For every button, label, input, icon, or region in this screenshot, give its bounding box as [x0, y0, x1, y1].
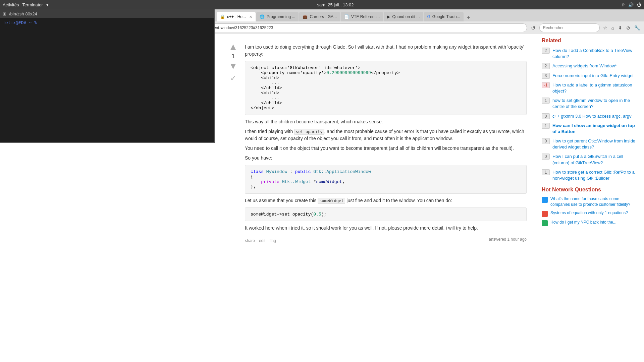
hot-link-2[interactable]: How do I get my NPC back into the...: [550, 220, 616, 225]
nav-home-button[interactable]: ⊘: [625, 24, 632, 31]
related-item-6: 1 How can I show an image widget on top …: [542, 123, 639, 135]
hot-item-1: Systems of equation with only 1 equation…: [542, 210, 639, 217]
tab-quand-icon: ▶: [387, 14, 390, 19]
related-vote-0: 2: [542, 48, 550, 54]
vote-column: ▲ 1 ▼ ✓: [225, 41, 241, 243]
sidebar: Related 2 How do I add a ComboBox to a T…: [537, 34, 644, 362]
power-icon[interactable]: ⏻: [637, 2, 641, 7]
terminal-prompt: felix@FDV ~ %: [3, 20, 37, 25]
terminal-titlebar: ⊞ /bin/zsh 80x24: [0, 9, 214, 18]
os-taskbar: Activités Terminator ▾ sam. 25 juil., 13…: [0, 0, 644, 9]
bookmark-button[interactable]: ☆: [602, 24, 609, 31]
terminal-prompt-line: felix@FDV ~ %: [3, 20, 211, 25]
related-item-5: 0 c++ gtkmm 3.0 How to access argc, argv: [542, 113, 639, 119]
terminal-user: felix@FDV: [3, 20, 26, 25]
hot-link-0[interactable]: What's the name for those cards some com…: [550, 196, 639, 207]
related-vote-7: 0: [542, 138, 550, 144]
hot-network-title: Hot Network Questions: [542, 187, 639, 193]
related-link-8[interactable]: How I can put a a GtkSwitch in a cell (c…: [552, 154, 639, 166]
code-line: class MyWindow : public Gtk::Application…: [251, 169, 521, 174]
tab-google-label: Google Tradu...: [432, 14, 460, 19]
hot-icon-0: [542, 197, 548, 203]
inline-code-widget: someWidget: [318, 198, 345, 204]
code-line: private Gtk::Widget *someWidget;: [251, 179, 521, 184]
hot-icon-1: [542, 211, 548, 217]
related-link-0[interactable]: How do I add a ComboBox to a TreeView co…: [552, 48, 639, 60]
share-link[interactable]: share: [245, 238, 255, 243]
hot-link-1[interactable]: Systems of equation with only 1 equation…: [550, 210, 628, 216]
search-input[interactable]: [539, 23, 600, 32]
code-line: <child>: [251, 90, 521, 96]
related-vote-1: 2: [542, 63, 550, 69]
vote-up-button[interactable]: ▲: [228, 42, 238, 52]
tab-vte[interactable]: 📄 VTE Referenc...: [341, 12, 383, 21]
terminal-body[interactable]: felix@FDV ~ %: [0, 18, 214, 142]
volume-icon[interactable]: 🔊: [628, 2, 634, 7]
code-block-cpp: class MyWindow : public Gtk::Application…: [245, 165, 527, 194]
app-dropdown-icon[interactable]: ▾: [46, 2, 49, 7]
tab-lock-icon: 🔒: [220, 14, 225, 19]
tab-prog-label: Programming ...: [267, 14, 295, 19]
tab-quand[interactable]: ▶ Quand on dit ...: [384, 12, 423, 21]
accept-answer-button[interactable]: ✓: [230, 74, 236, 83]
code-line: someWidget->set_opacity(0.5);: [251, 212, 521, 217]
code-line: </object>: [251, 106, 521, 111]
vote-down-button[interactable]: ▼: [228, 61, 238, 71]
related-item-0: 2 How do I add a ComboBox to a TreeView …: [542, 48, 639, 60]
edit-link[interactable]: edit: [259, 238, 265, 243]
terminal-title: /bin/zsh 80x24: [9, 11, 37, 16]
hot-icon-2: [542, 220, 548, 226]
devtools-button[interactable]: 🔧: [633, 24, 641, 31]
paragraph-4: You need to call it on the object that y…: [245, 145, 527, 152]
related-item-4: 1 how to set gtkmm window to open in the…: [542, 98, 639, 110]
related-link-9[interactable]: How to store get a correct Glib::RefPtr …: [552, 169, 639, 181]
related-link-7[interactable]: How to get parent Gtk::Window from insid…: [552, 138, 639, 150]
related-item-1: 2 Accessing widgets from Window*: [542, 63, 639, 69]
home2-button[interactable]: ⌂: [610, 24, 615, 31]
tab-vte-label: VTE Referenc...: [351, 14, 380, 19]
terminal-grid-icon: ⊞: [3, 11, 6, 16]
related-item-9: 1 How to store get a correct Glib::RefPt…: [542, 169, 639, 181]
related-title: Related: [542, 38, 639, 44]
code-line: ...: [251, 96, 521, 101]
tab-cpp[interactable]: 🔒 c++ - Ho... ✕: [217, 12, 256, 21]
code-line: };: [251, 184, 521, 189]
related-vote-8: 0: [542, 154, 550, 160]
hot-item-0: What's the name for those cards some com…: [542, 196, 639, 207]
tab-google[interactable]: G Google Tradu...: [424, 12, 464, 21]
tab-close-btn[interactable]: ✕: [249, 15, 252, 19]
related-link-6[interactable]: How can I show an image widget on top of…: [552, 123, 639, 135]
tab-prog-icon: 🌐: [260, 14, 265, 19]
tab-careers-label: Careers - GA...: [310, 14, 337, 19]
lang-label[interactable]: fr: [622, 2, 625, 7]
related-link-4[interactable]: how to set gtkmm window to open in the c…: [552, 98, 639, 110]
answer-row: ▲ 1 ▼ ✓ I am too used to doing everythin…: [225, 41, 527, 243]
refresh-button[interactable]: ↺: [529, 24, 537, 32]
activities-label[interactable]: Activités: [3, 2, 19, 7]
related-link-1[interactable]: Accessing widgets from Window*: [552, 63, 616, 69]
tab-google-icon: G: [427, 14, 430, 19]
related-link-5[interactable]: c++ gtkmm 3.0 How to access argc, argv: [552, 113, 632, 119]
related-vote-9: 1: [542, 169, 550, 175]
paragraph-final: It worked here when i tried it, so it sh…: [245, 225, 527, 232]
code-line: <child>: [251, 75, 521, 80]
related-vote-3: -1: [542, 82, 550, 88]
related-link-2[interactable]: Force numeric input in a Gtk::Entry widg…: [552, 73, 634, 79]
new-tab-button[interactable]: +: [464, 14, 473, 21]
download-button[interactable]: ⬇: [617, 24, 624, 31]
tab-careers[interactable]: 💼 Careers - GA...: [299, 12, 340, 21]
tab-label: c++ - Ho...: [227, 14, 246, 19]
answered-time: answered 1 hour ago: [489, 237, 527, 242]
code-block-xml: <object class='GtkWhatever' id='whatever…: [245, 61, 527, 115]
related-vote-4: 1: [542, 98, 550, 104]
related-vote-6: 1: [542, 123, 550, 129]
tab-programming[interactable]: 🌐 Programming ...: [256, 12, 299, 21]
app-label[interactable]: Terminator: [22, 2, 43, 7]
terminal-symbol: ~ %: [29, 20, 37, 25]
related-link-3[interactable]: How to add a label to a gtkmm statusicon…: [552, 82, 639, 94]
vote-count: 1: [231, 53, 235, 60]
flag-link[interactable]: flag: [269, 238, 276, 243]
tab-vte-icon: 📄: [344, 14, 349, 19]
answer-bottom-row: share edit flag answered 1 hour ago: [245, 234, 527, 243]
code-line: </child>: [251, 85, 521, 90]
